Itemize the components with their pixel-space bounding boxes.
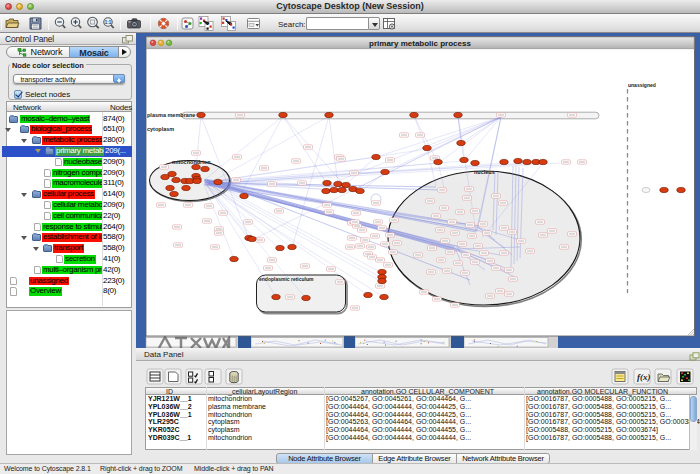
svg-text:unassigned: unassigned [628,82,656,88]
svg-text:plasma membrane: plasma membrane [147,112,195,118]
svg-text:1:1: 1:1 [105,20,112,25]
svg-text:mitochondrion: mitochondrion [172,159,211,165]
svg-text:primary metabolic process: primary metabolic process [369,39,471,48]
svg-text:f(x): f(x) [637,372,651,382]
svg-text:nucleus: nucleus [474,169,495,175]
svg-text:cytoplasm: cytoplasm [147,126,174,132]
svg-text:endoplasmic reticulum: endoplasmic reticulum [259,276,314,282]
